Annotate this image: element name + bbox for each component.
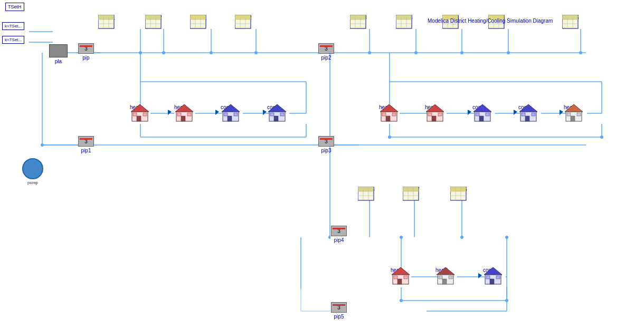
- svg-rect-105: [190, 15, 206, 20]
- svg-marker-190: [473, 104, 491, 112]
- pump-component: pump: [22, 158, 43, 185]
- svg-rect-193: [476, 113, 479, 116]
- diagram-canvas: TSetH k=TSet... k=TSet... pla pump 3 pip…: [0, 0, 644, 329]
- svg-rect-178: [270, 113, 274, 116]
- svg-rect-217: [490, 279, 494, 284]
- pump-icon: [22, 158, 43, 179]
- QCoo1-component: QCoo1: [190, 15, 207, 22]
- heat-label: Modelica District Heating/Cooling Simula…: [428, 18, 553, 24]
- svg-rect-219: [496, 276, 500, 279]
- TSetH-component: TSetH: [5, 3, 24, 11]
- svg-rect-202: [571, 116, 575, 121]
- svg-rect-214: [449, 276, 452, 279]
- svg-rect-183: [382, 113, 386, 116]
- svg-rect-167: [181, 116, 185, 121]
- svg-marker-185: [426, 104, 444, 112]
- svg-rect-198: [522, 113, 525, 116]
- svg-rect-212: [442, 279, 447, 284]
- QHea2-component: QHea2: [145, 15, 162, 22]
- pip-component: 3 pip: [78, 43, 94, 61]
- kTSet2-component: k=TSet...: [2, 36, 24, 44]
- pip1-icon: 3: [78, 136, 94, 147]
- svg-rect-184: [392, 113, 396, 116]
- svg-rect-174: [234, 113, 238, 116]
- svg-rect-163: [133, 113, 137, 116]
- svg-rect-117: [350, 15, 366, 20]
- svg-rect-189: [438, 113, 442, 116]
- svg-rect-169: [187, 113, 191, 116]
- QHea4-component: QHea4: [396, 15, 413, 22]
- svg-marker-165: [175, 104, 193, 112]
- svg-marker-210: [437, 267, 454, 275]
- svg-rect-182: [386, 116, 390, 121]
- svg-rect-93: [98, 15, 114, 20]
- svg-rect-204: [577, 113, 581, 116]
- pip-icon: 3: [78, 43, 94, 54]
- pla-icon: [49, 44, 68, 57]
- svg-rect-179: [280, 113, 284, 116]
- QHea5-component: QHea5: [562, 15, 579, 22]
- hea4-component: hea4: [425, 103, 437, 110]
- svg-marker-205: [392, 267, 410, 275]
- svg-rect-162: [137, 116, 141, 121]
- coo2-component: coo2: [267, 103, 279, 110]
- kTSet2-block: k=TSet...: [2, 36, 24, 44]
- QCoo2-component: QCoo2: [235, 15, 252, 22]
- svg-rect-141: [562, 15, 578, 20]
- hea7-component: hea7: [435, 266, 447, 273]
- pla-component: pla: [49, 44, 68, 64]
- svg-rect-199: [532, 113, 535, 116]
- pip1-component: 3 pip1: [78, 136, 94, 153]
- QHea1-component: QHea1: [98, 15, 115, 22]
- coo4-component: coo4: [518, 103, 530, 110]
- svg-rect-203: [567, 113, 571, 116]
- hea1-component: hea1: [130, 103, 141, 110]
- svg-rect-99: [145, 15, 161, 20]
- svg-rect-164: [143, 113, 147, 116]
- svg-rect-209: [404, 276, 408, 279]
- coo3-component: coo3: [472, 103, 484, 110]
- TSetH-block: TSetH: [5, 3, 24, 11]
- svg-rect-172: [228, 116, 232, 121]
- QHea3-component: QHea3: [350, 15, 367, 22]
- svg-rect-192: [479, 116, 484, 121]
- svg-rect-123: [396, 15, 412, 20]
- coo5-component: coo5: [483, 266, 495, 273]
- svg-rect-173: [224, 113, 228, 116]
- hea2-component: hea2: [174, 103, 186, 110]
- svg-marker-160: [131, 104, 149, 112]
- svg-rect-218: [486, 276, 490, 279]
- pla-label: pla: [55, 59, 62, 64]
- svg-rect-188: [428, 113, 432, 116]
- hea5-component: hea5: [564, 103, 575, 110]
- svg-rect-111: [235, 15, 251, 20]
- coo5-icon: [483, 266, 644, 329]
- svg-rect-187: [432, 116, 436, 121]
- hea6-component: hea6: [391, 266, 402, 273]
- pip1-label: pip1: [81, 148, 91, 153]
- svg-marker-180: [380, 104, 398, 112]
- svg-marker-195: [519, 104, 537, 112]
- svg-rect-197: [525, 116, 529, 121]
- svg-marker-200: [565, 104, 583, 112]
- pip-label: pip: [82, 55, 89, 61]
- svg-marker-215: [484, 267, 502, 275]
- svg-rect-207: [397, 279, 402, 284]
- svg-marker-175: [268, 104, 286, 112]
- svg-marker-170: [222, 104, 240, 112]
- svg-rect-177: [274, 116, 278, 121]
- svg-rect-168: [177, 113, 181, 116]
- svg-rect-213: [439, 276, 442, 279]
- svg-rect-208: [394, 276, 397, 279]
- svg-point-68: [41, 143, 44, 147]
- coo1-component: coo1: [221, 103, 232, 110]
- kTSet1-block: k=TSet...: [2, 22, 24, 30]
- svg-rect-194: [486, 113, 489, 116]
- hea3-component: hea3: [379, 103, 391, 110]
- kTSet1-component: k=TSet...: [2, 22, 24, 30]
